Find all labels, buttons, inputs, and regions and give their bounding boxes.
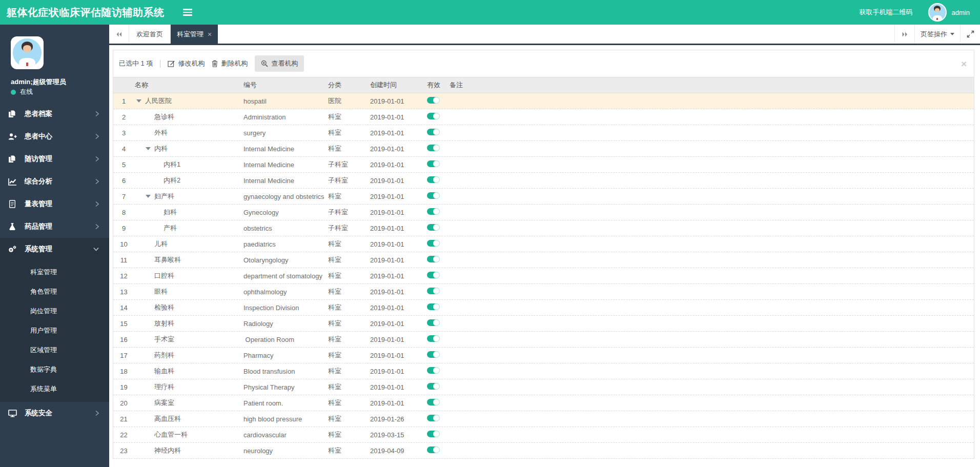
sidebar-item-药品管理[interactable]: 药品管理 xyxy=(0,215,109,238)
valid-toggle[interactable] xyxy=(427,160,439,167)
table-row[interactable]: 18输血科Blood transfusion科室2019-01-01 xyxy=(113,363,974,379)
delete-org-button[interactable]: 删除机构 xyxy=(212,59,248,68)
valid-toggle[interactable] xyxy=(427,319,439,326)
table-row[interactable]: 14检验科Inspection Division科室2019-01-01 xyxy=(113,300,974,316)
table-row[interactable]: 5内科1Internal Medicine子科室2019-01-01 xyxy=(113,157,974,173)
edit-org-button[interactable]: 修改机构 xyxy=(168,59,205,68)
topbar-avatar[interactable] xyxy=(928,3,947,22)
row-number: 18 xyxy=(113,368,134,375)
table-row[interactable]: 6内科2Internal Medicine子科室2019-01-01 xyxy=(113,173,974,189)
fullscreen-toggle-button[interactable] xyxy=(960,25,980,44)
valid-toggle[interactable] xyxy=(427,415,439,421)
table-row[interactable]: 1人民医院hospatil医院2019-01-01 xyxy=(113,93,974,109)
sidebar-subitem-科室管理[interactable]: 科室管理 xyxy=(0,262,109,282)
valid-toggle[interactable] xyxy=(427,335,439,342)
column-header-remark[interactable]: 备注 xyxy=(450,80,974,90)
tab-department-management[interactable]: 科室管理 × xyxy=(171,25,218,44)
valid-toggle[interactable] xyxy=(427,145,439,151)
cell-category: 科室 xyxy=(325,144,368,153)
valid-toggle[interactable] xyxy=(427,383,439,390)
table-row[interactable]: 12口腔科department of stomatology科室2019-01-… xyxy=(113,268,974,284)
sidebar-subitem-角色管理[interactable]: 角色管理 xyxy=(0,282,109,301)
view-org-button[interactable]: 查看机构 xyxy=(255,55,304,72)
sidebar-subitem-岗位管理[interactable]: 岗位管理 xyxy=(0,301,109,321)
valid-toggle[interactable] xyxy=(427,272,439,278)
valid-toggle[interactable] xyxy=(427,446,439,453)
table-row[interactable]: 11耳鼻喉科Otolaryngology科室2019-01-01 xyxy=(113,252,974,268)
table-row[interactable]: 16手术室 Operation Room科室2019-01-01 xyxy=(113,332,974,348)
cell-name: 检验科 xyxy=(134,303,241,312)
tree-collapse-icon[interactable] xyxy=(135,99,145,103)
sidebar-item-系统管理[interactable]: 系统管理 xyxy=(0,238,109,260)
panel-close-icon[interactable]: × xyxy=(961,59,967,69)
valid-toggle[interactable] xyxy=(427,431,439,437)
valid-toggle[interactable] xyxy=(427,224,439,231)
valid-toggle[interactable] xyxy=(427,97,439,104)
table-row[interactable]: 19理疗科Physical Therapy科室2019-01-01 xyxy=(113,379,974,395)
column-header-valid[interactable]: 有效 xyxy=(423,80,450,90)
valid-toggle[interactable] xyxy=(427,208,439,215)
valid-toggle[interactable] xyxy=(427,129,439,135)
tab-scroll-right-button[interactable] xyxy=(894,25,914,44)
gears-icon xyxy=(8,245,17,253)
sidebar-item-患者档案[interactable]: 患者档案 xyxy=(0,103,109,125)
sidebar-subitem-区域管理[interactable]: 区域管理 xyxy=(0,340,109,360)
tree-collapse-icon[interactable] xyxy=(145,147,154,150)
cell-name: 病案室 xyxy=(134,398,241,408)
table-row[interactable]: 10儿科paediatrics科室2019-01-01 xyxy=(113,236,974,252)
table-row[interactable]: 4内科Internal Medicine科室2019-01-01 xyxy=(113,141,974,157)
sidebar-item-综合分析[interactable]: 综合分析 xyxy=(0,170,109,193)
cell-name: 心血管一科 xyxy=(134,430,241,439)
table-row[interactable]: 3外科surgery科室2019-01-01 xyxy=(113,125,974,141)
cell-created: 2019-01-01 xyxy=(368,113,423,121)
table-row[interactable]: 13眼科ophthalmology科室2019-01-01 xyxy=(113,284,974,300)
cell-category: 科室 xyxy=(325,192,368,201)
valid-toggle[interactable] xyxy=(427,192,439,199)
sidebar-item-随访管理[interactable]: 随访管理 xyxy=(0,148,109,170)
valid-toggle[interactable] xyxy=(427,176,439,183)
valid-toggle[interactable] xyxy=(427,113,439,119)
sidebar-subitem-数据字典[interactable]: 数据字典 xyxy=(0,360,109,379)
valid-toggle[interactable] xyxy=(427,399,439,405)
tab-welcome[interactable]: 欢迎首页 xyxy=(129,25,171,44)
sidebar: admin;超级管理员 在线 患者档案患者中心随访管理综合分析量表管理药品管理系… xyxy=(0,25,109,467)
table-row[interactable]: 7妇产科gynaecology and obstetrics科室2019-01-… xyxy=(113,189,974,205)
column-header-name[interactable]: 名称 xyxy=(134,80,241,90)
row-number: 12 xyxy=(113,272,134,280)
column-header-category[interactable]: 分类 xyxy=(325,80,368,90)
table-row[interactable]: 20病案室Patient room.科室2019-01-01 xyxy=(113,395,974,411)
valid-toggle[interactable] xyxy=(427,351,439,358)
sidebar-item-患者中心[interactable]: 患者中心 xyxy=(0,125,109,148)
table-row[interactable]: 9产科obstetrics子科室2019-01-01 xyxy=(113,220,974,236)
files-icon xyxy=(8,110,17,118)
table-row[interactable]: 21高血压科high blood pressure科室2019-01-26 xyxy=(113,411,974,427)
cell-category: 科室 xyxy=(325,319,368,328)
valid-toggle[interactable] xyxy=(427,367,439,374)
table-row[interactable]: 17药剂科Pharmacy科室2019-01-01 xyxy=(113,348,974,363)
sidebar-item-系统安全[interactable]: 系统安全 xyxy=(0,402,109,424)
sidebar-subitem-系统菜单[interactable]: 系统菜单 xyxy=(0,379,109,399)
table-row[interactable]: 2急诊科Administration科室2019-01-01 xyxy=(113,109,974,125)
sidebar-item-量表管理[interactable]: 量表管理 xyxy=(0,193,109,215)
tab-operations-dropdown[interactable]: 页签操作 xyxy=(914,25,960,44)
valid-toggle[interactable] xyxy=(427,256,439,262)
column-header-created[interactable]: 创建时间 xyxy=(368,80,423,90)
sidebar-subitem-用户管理[interactable]: 用户管理 xyxy=(0,321,109,340)
table-row[interactable]: 23神经内科neurology科室2019-04-09 xyxy=(113,443,974,459)
table-row[interactable]: 22心血管一科cardiovascular科室2019-03-15 xyxy=(113,427,974,443)
valid-toggle[interactable] xyxy=(427,240,439,247)
sidebar-avatar[interactable] xyxy=(11,36,44,69)
qr-code-link[interactable]: 获取手机端二维码 xyxy=(860,8,913,17)
topbar-username[interactable]: admin xyxy=(952,9,970,16)
hamburger-menu-icon[interactable] xyxy=(183,9,192,16)
row-number: 21 xyxy=(113,415,134,423)
tab-close-icon[interactable]: × xyxy=(208,31,212,38)
tab-scroll-left-button[interactable] xyxy=(109,25,129,44)
valid-toggle[interactable] xyxy=(427,288,439,294)
table-row[interactable]: 8妇科Gynecology子科室2019-01-01 xyxy=(113,205,974,220)
table-row[interactable]: 15放射科Radiology科室2019-01-01 xyxy=(113,316,974,332)
tree-collapse-icon[interactable] xyxy=(145,195,154,198)
column-header-code[interactable]: 编号 xyxy=(241,80,325,90)
row-number: 11 xyxy=(113,256,134,264)
valid-toggle[interactable] xyxy=(427,303,439,310)
